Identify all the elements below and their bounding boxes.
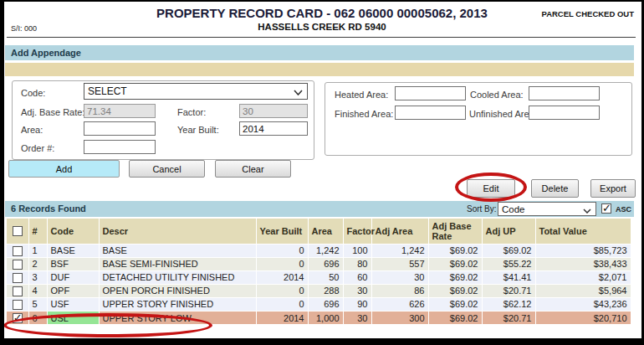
table-row: 6USLUPPER STORY LOW20141,00030300$69.02$… [7,311,631,324]
adj-base-rate-field [84,104,156,118]
cell-adj-area: 626 [371,297,428,311]
property-address: HASSELLS CREEK RD 5940 [0,22,644,32]
factor-field [239,104,308,118]
sort-by-label: Sort By: [467,204,497,214]
column-header-adj-up: Adj UP [482,219,535,244]
cell-factor: 80 [343,257,371,270]
cell-adj-base-rate: $69.02 [428,311,482,324]
table-row: 1BASEBASE01,2421001,242$69.02$69.02$85,7… [7,244,631,257]
cell-adj-base-rate: $69.02 [428,270,482,284]
cell-num: 5 [28,297,47,311]
cell-code: OPF [47,284,99,297]
factor-label: Factor: [177,107,206,117]
cell-area: 1,242 [308,244,343,257]
cell-year-built: 0 [256,257,308,270]
chevron-down-icon [583,202,591,217]
cell-code: BSF [47,257,99,270]
window-frame [0,338,644,345]
cell-adj-up: $41.41 [482,270,535,284]
cell-adj-up: $69.02 [482,244,535,257]
column-header-descr: Descr [99,219,256,244]
cell-total-value: $38,433 [535,257,631,270]
cell-code: USL [47,311,99,324]
cell-total-value: $2,071 [535,270,631,284]
column-header-factor: Factor [343,219,371,244]
cell-year-built: 2014 [256,270,308,284]
cell-adj-area: 86 [371,284,428,297]
heated-area-field[interactable] [395,86,466,100]
clear-button[interactable]: Clear [215,160,291,178]
cell-num: 3 [28,270,47,284]
cell-descr: BASE [99,244,256,257]
column-header-area: Area [308,219,343,244]
cell-descr: UPPER STORY FINISHED [99,297,256,311]
window-frame [0,0,644,2]
asc-checkbox[interactable] [601,203,611,214]
add-button[interactable]: Add [8,160,120,178]
cell-area: 288 [308,284,343,297]
header-divider [7,37,636,38]
export-button[interactable]: Export [590,179,636,198]
cell-adj-area: 300 [371,311,428,324]
cooled-area-label: Cooled Area: [470,90,524,100]
cell-adj-area: 557 [371,257,428,270]
cell-adj-area: 1,242 [371,244,428,257]
cell-code: USF [47,297,99,311]
toolbar-strip [5,63,634,76]
cell-year-built: 0 [256,244,308,257]
column-header-total-value: Total Value [535,219,631,244]
table-row: 2BSFBASE SEMI-FINISHED069680557$69.02$55… [7,257,631,270]
heated-area-label: Heated Area: [335,90,388,100]
cell-total-value: $85,723 [535,244,631,257]
cell-adj-up: $55.22 [482,257,535,270]
column-header-adj-base-rate: Adj Base Rate [428,219,482,244]
add-appendage-section-header: Add Appendage [5,45,634,60]
cell-adj-base-rate: $69.02 [428,257,482,270]
row-checkbox[interactable] [13,273,23,283]
finished-area-field[interactable] [395,106,466,120]
cell-total-value: $5,964 [535,284,631,297]
cell-num: 1 [28,244,47,257]
cell-adj-base-rate: $69.02 [428,284,482,297]
cell-factor: 90 [343,297,371,311]
column-header-year-built: Year Built [256,219,308,244]
select-all-checkbox[interactable] [13,226,23,236]
row-checkbox[interactable] [13,313,23,323]
code-label: Code: [21,88,45,98]
delete-button[interactable]: Delete [531,179,579,198]
cell-adj-base-rate: $69.02 [428,297,482,311]
area-field[interactable] [84,121,156,136]
cell-descr: OPEN PORCH FINISHED [99,284,256,297]
adj-base-rate-label: Adj. Base Rate: [21,107,84,117]
cell-num: 6 [28,311,47,324]
table-row: 4OPFOPEN PORCH FINISHED02883086$69.02$20… [7,284,631,297]
finished-area-label: Finished Area: [335,109,393,119]
cell-year-built: 0 [256,297,308,311]
row-checkbox[interactable] [13,286,23,296]
cell-total-value: $20,710 [535,311,631,324]
cell-descr: UPPER STORY LOW [99,311,256,324]
records-table: #CodeDescrYear BuiltAreaFactorAdj AreaAd… [7,219,631,325]
row-checkbox[interactable] [13,260,23,270]
table-row: 5USFUPPER STORY FINISHED069690626$69.02$… [7,297,631,311]
cell-year-built: 2014 [256,311,308,324]
code-select[interactable]: SELECT [84,83,308,100]
column-header--: # [28,219,47,244]
asc-label: ASC [616,205,631,214]
cell-adj-up: $20.71 [482,284,535,297]
cell-year-built: 0 [256,284,308,297]
unfinished-area-field[interactable] [529,106,600,120]
cell-total-value: $43,236 [535,297,631,311]
cooled-area-field[interactable] [529,86,600,100]
row-checkbox[interactable] [13,300,23,310]
cancel-button[interactable]: Cancel [129,160,205,178]
year-built-field[interactable] [239,121,308,136]
cell-adj-up: $20.71 [482,311,535,324]
row-checkbox[interactable] [13,246,23,256]
order-number-field[interactable] [84,140,156,154]
cell-adj-area: 30 [371,270,428,284]
cell-adj-base-rate: $69.02 [428,244,482,257]
cell-factor: 100 [343,244,371,257]
sort-by-select[interactable]: Code [498,202,596,216]
edit-button[interactable]: Edit [467,179,515,198]
